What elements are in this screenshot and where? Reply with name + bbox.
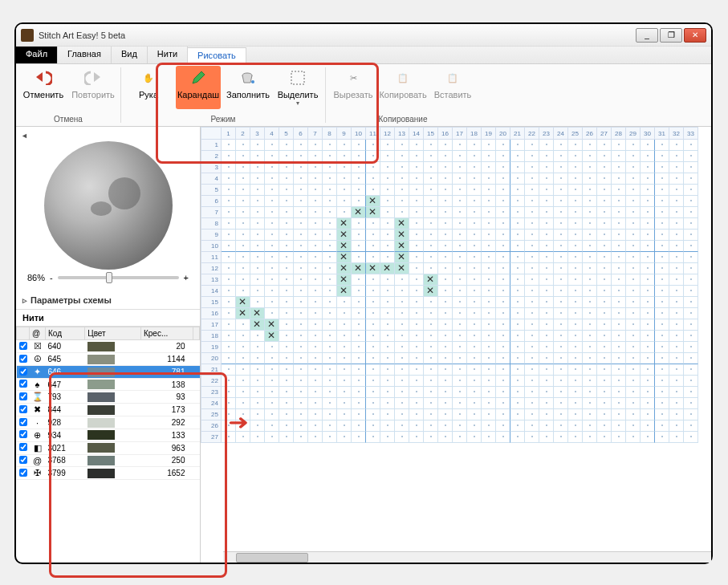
thread-checkbox[interactable]	[19, 380, 27, 388]
col-color[interactable]: Цвет	[85, 327, 141, 340]
fill-tool[interactable]: Заполнить	[226, 66, 270, 109]
close-button[interactable]: ✕	[684, 28, 706, 43]
table-row[interactable]: ☒ 640 20	[17, 340, 200, 353]
color-swatch	[87, 380, 115, 389]
hand-tool[interactable]: ✋ Рука	[126, 66, 171, 109]
redo-button[interactable]: Повторить	[71, 66, 116, 102]
tab-file[interactable]: Файл	[16, 47, 58, 63]
thread-checkbox[interactable]	[19, 355, 27, 363]
table-row[interactable]: ✠ 3799 1652	[17, 467, 200, 480]
color-swatch	[87, 430, 115, 440]
annotation-arrow: ➜	[228, 410, 249, 435]
undo-icon	[34, 68, 53, 87]
hand-icon: ✋	[139, 68, 158, 87]
paste-icon: 📋	[443, 68, 462, 87]
table-row[interactable]: ✦ 646 781	[17, 366, 200, 379]
undo-button[interactable]: Отменить	[21, 66, 66, 102]
horizontal-scrollbar[interactable]	[223, 551, 711, 563]
thread-checkbox[interactable]	[19, 405, 27, 413]
ribbon-tabs: Файл Главная Вид Нити Рисовать	[16, 47, 711, 64]
sidebar: ◄ 86% - + ▹Параметры схемы Нити @ Код	[16, 127, 201, 563]
zoom-value: 86%	[27, 273, 45, 282]
copy-button[interactable]: 📋 Копировать	[380, 66, 425, 102]
select-icon	[288, 68, 307, 87]
tab-view[interactable]: Вид	[112, 47, 148, 63]
pencil-icon	[189, 68, 208, 87]
table-row[interactable]: ☮ 645 1144	[17, 353, 200, 366]
clipboard-icon: 📋	[393, 68, 413, 87]
table-row[interactable]: ◧ 3021 963	[17, 441, 200, 454]
color-swatch	[87, 368, 115, 377]
tab-threads[interactable]: Нити	[148, 47, 188, 63]
svg-point-1	[251, 80, 254, 83]
tab-draw[interactable]: Рисовать	[188, 47, 246, 64]
app-icon	[21, 29, 34, 42]
thread-checkbox[interactable]	[19, 456, 27, 464]
thread-checkbox[interactable]	[19, 443, 27, 451]
ribbon-body: Отменить Повторить Отмена ✋ Рука Каранда…	[16, 64, 711, 127]
svg-rect-2	[291, 71, 304, 84]
group-label-copy: Копирование	[331, 115, 475, 124]
group-label-undo: Отмена	[21, 115, 116, 124]
thread-checkbox[interactable]	[19, 392, 27, 400]
color-swatch	[87, 405, 115, 415]
table-row[interactable]: ✖ 844 173	[17, 404, 200, 416]
preview-image	[44, 141, 173, 270]
table-row[interactable]: · 928 292	[17, 416, 200, 429]
group-label-mode: Режим	[126, 115, 320, 124]
maximize-button[interactable]: ❐	[660, 28, 682, 43]
params-expander[interactable]: ▹Параметры схемы	[16, 292, 200, 310]
titlebar: Stitch Art Easy! 5 beta _ ❐ ✕	[16, 24, 711, 47]
color-swatch	[87, 418, 115, 428]
color-swatch	[87, 456, 115, 465]
thread-checkbox[interactable]	[19, 368, 27, 376]
paste-button[interactable]: 📋 Вставить	[430, 66, 475, 102]
tab-home[interactable]: Главная	[58, 47, 112, 63]
table-row[interactable]: ⊕ 934 133	[17, 429, 200, 441]
table-row[interactable]: ⌛ 793 93	[17, 391, 200, 404]
window-title: Stitch Art Easy! 5 beta	[39, 30, 636, 40]
color-swatch	[87, 342, 115, 351]
thread-checkbox[interactable]	[19, 418, 27, 426]
zoom-in-button[interactable]: +	[184, 273, 189, 282]
cut-button[interactable]: ✂ Вырезать	[331, 66, 376, 102]
zoom-slider[interactable]	[58, 276, 179, 279]
color-swatch	[87, 355, 115, 364]
thread-checkbox[interactable]	[19, 342, 27, 350]
col-at[interactable]: @	[30, 327, 46, 340]
threads-table: @ Код Цвет Крес... ☒ 640 20 ☮ 645 1144 ✦…	[16, 327, 200, 480]
pencil-tool[interactable]: Карандаш	[176, 66, 221, 109]
color-swatch	[87, 469, 115, 478]
col-crosses[interactable]: Крес...	[140, 327, 193, 340]
color-swatch	[87, 392, 115, 402]
table-row[interactable]: ♠ 647 138	[17, 379, 200, 391]
thread-checkbox[interactable]	[19, 430, 27, 438]
table-row[interactable]: @ 3768 250	[17, 454, 200, 466]
zoom-out-button[interactable]: -	[50, 273, 53, 282]
col-code[interactable]: Код	[46, 327, 85, 340]
minimize-button[interactable]: _	[636, 28, 658, 43]
bucket-icon	[238, 68, 258, 87]
scissors-icon: ✂	[344, 68, 363, 87]
select-tool[interactable]: Выделить ▾	[275, 66, 320, 109]
color-swatch	[87, 443, 115, 453]
threads-header: Нити	[16, 310, 200, 327]
chevron-down-icon: ▾	[296, 100, 299, 107]
canvas-grid[interactable]: 1234567891011121314151617181920212223242…	[201, 127, 711, 563]
thread-checkbox[interactable]	[19, 469, 27, 477]
redo-icon	[83, 68, 103, 87]
